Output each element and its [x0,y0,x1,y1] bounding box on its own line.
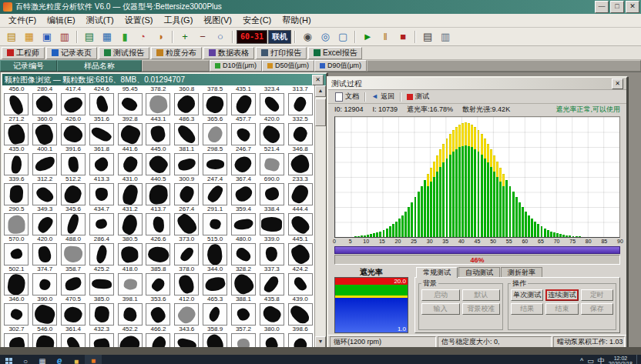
tray-expand-icon[interactable]: ^ [580,357,583,364]
print-icon[interactable]: ▤ [419,28,436,45]
particle-cell[interactable]: 391.6 [59,145,88,175]
particle-cell[interactable]: 381.1 [173,145,201,175]
led-counter-display[interactable]: 60-31 [237,30,267,44]
particle-cell[interactable]: 338.4 [257,205,286,235]
search-icon[interactable]: ○ [17,355,34,364]
particle-cell[interactable]: 247.4 [201,175,230,205]
start-test-icon[interactable]: ► [359,28,376,45]
particle-cell[interactable]: 417.4 [59,85,88,115]
table-view-icon[interactable]: ▦ [99,28,116,45]
data-table-view[interactable]: 数据表格 [203,47,254,59]
test-tab-2[interactable]: 测折射率 [501,267,542,278]
particle-cell[interactable]: 488.0 [59,235,88,265]
test-tab-1[interactable]: 自动测试 [458,267,500,278]
particle-cell[interactable]: 392.8 [116,115,144,145]
particle-cell[interactable]: 95.45 [116,85,144,115]
menu-item-0[interactable]: 文件(F) [3,15,42,26]
menu-item-7[interactable]: 帮助(H) [277,15,316,26]
particle-cell[interactable]: 365.6 [201,115,230,145]
particle-cell[interactable]: 443.1 [144,115,173,145]
testbar-test-button[interactable]: 测试 [403,91,433,102]
particle-cell[interactable]: 323.4 [257,85,286,115]
particle-cell[interactable]: 412.0 [173,296,201,326]
button-单次测试[interactable]: 单次测试 [511,289,543,301]
particle-cell[interactable]: 435.1 [230,85,258,115]
particle-cell[interactable]: 286.4 [87,235,116,265]
particle-cell[interactable]: 452.2 [116,326,144,347]
d90-header[interactable]: D90值(μm) [314,60,367,72]
particle-cell[interactable]: 351.6 [87,115,116,145]
menu-item-1[interactable]: 编辑(E) [42,15,81,26]
particle-cell[interactable]: 300.9 [173,175,201,205]
particle-cell[interactable]: 385.0 [87,296,116,326]
particle-cell[interactable]: 380.0 [257,326,286,347]
particle-cell[interactable]: 435.0 [2,145,31,175]
particle-cell[interactable]: 456.0 [2,85,31,115]
particle-cell[interactable]: 298.5 [201,145,230,175]
distribution-view[interactable]: 粒度分布 [151,47,202,59]
pause-test-icon[interactable]: ‖ [377,28,394,45]
delete-record-icon[interactable]: ▥ [56,28,73,45]
particle-cell[interactable]: 439.0 [286,296,314,326]
particle-cell[interactable]: 420.0 [31,235,59,265]
particle-cell[interactable]: 378.2 [144,85,173,115]
bettersize-app-icon[interactable]: ■ [85,355,102,364]
particle-cell[interactable]: 291.1 [201,205,230,235]
bar-graph-icon[interactable]: ▮ [116,28,133,45]
edge-browser-icon[interactable]: e [51,355,68,364]
particle-cell[interactable]: 346.8 [286,145,314,175]
particle-cell[interactable]: 434.7 [87,205,116,235]
particle-cell[interactable]: 400.1 [31,145,59,175]
particle-cell[interactable]: 445.1 [286,235,314,265]
particle-cell[interactable]: 290.5 [2,205,31,235]
monitor-icon[interactable]: ▢ [334,28,351,45]
particle-cell[interactable]: 546.0 [31,326,59,347]
particle-cell[interactable]: 332.5 [286,115,314,145]
task-view-icon[interactable]: ▦ [34,355,51,364]
d10-header[interactable]: D10值(μm) [210,60,262,72]
particle-cell[interactable]: 465.3 [201,296,230,326]
report-view-icon[interactable]: ▤ [81,28,98,45]
particle-cell[interactable]: 302.7 [2,326,31,347]
particle-cell[interactable]: 480.0 [230,235,258,265]
file-explorer-icon[interactable]: ■ [68,355,85,364]
menu-item-4[interactable]: 工具(G) [158,15,198,26]
testbar-doc-button[interactable]: 文档 [331,91,363,102]
sample-name-header[interactable]: 样品名称 [57,60,142,72]
maximize-button[interactable]: □ [610,1,624,13]
button-连续测试[interactable]: 连续测试 [545,289,578,301]
particle-cell[interactable]: 271.2 [2,115,31,145]
input-method-indicator[interactable]: 中 [598,356,605,364]
pie-graph-icon[interactable]: ◑ [152,28,169,45]
new-record-icon[interactable]: ▤ [3,28,20,45]
particle-cell[interactable]: 357.2 [230,326,258,347]
particle-cell[interactable]: 385.8 [144,265,173,296]
particle-cell[interactable]: 367.4 [230,175,258,205]
menu-item-6[interactable]: 安全(C) [237,15,277,26]
particle-cell[interactable]: 343.6 [173,326,201,347]
show-desktop-button[interactable] [636,355,639,364]
save-record-icon[interactable]: ▣ [39,28,55,45]
particle-cell[interactable]: 344.0 [201,265,230,296]
taskbar-clock[interactable]: 12:02 2020/2/18 [609,356,633,364]
particle-cell[interactable]: 358.9 [201,326,230,347]
menu-item-2[interactable]: 测试(T) [81,15,119,26]
particle-cell[interactable]: 353.6 [144,296,173,326]
test-window-close-button[interactable]: ✕ [612,78,623,89]
d50-header[interactable]: D50值(μm) [262,60,314,72]
particle-cell[interactable]: 420.0 [257,115,286,145]
online-mode-display[interactable]: 联机 [268,30,291,44]
camera-icon[interactable]: ◉ [299,28,316,45]
particle-cell[interactable]: 413.3 [87,175,116,205]
zoom-in-icon[interactable]: + [176,28,193,45]
particle-cell[interactable]: 349.3 [31,205,59,235]
engineer-view[interactable]: 工程师 [2,47,45,59]
particle-cell[interactable]: 426.6 [144,235,173,265]
particle-cell[interactable]: 280.4 [31,85,59,115]
particle-cell[interactable]: 690.0 [257,175,286,205]
particle-cell[interactable]: 424.6 [87,85,116,115]
scroll-down-icon[interactable]: ▼ [315,336,326,347]
tray-monitor-icon[interactable]: ▭ [587,357,594,364]
particle-cell[interactable]: 345.6 [59,205,88,235]
test-tab-0[interactable]: 常规测试 [416,267,458,278]
